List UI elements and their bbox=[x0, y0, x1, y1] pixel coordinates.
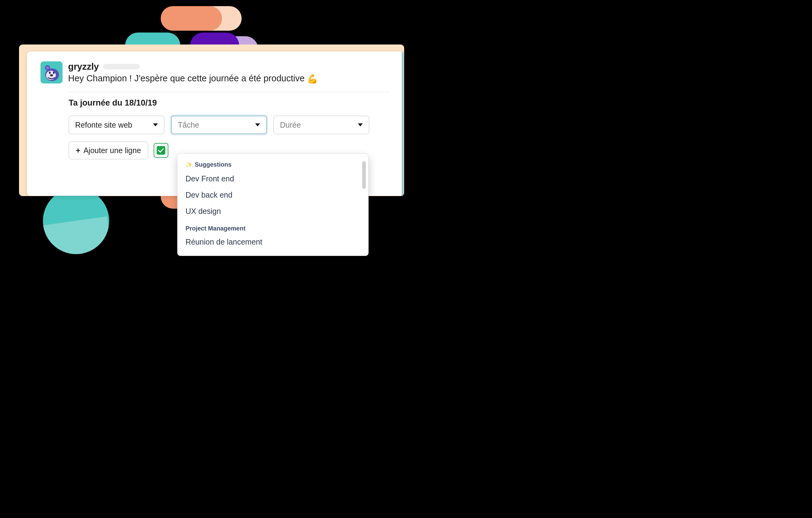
bear-icon bbox=[42, 63, 61, 82]
svg-point-6 bbox=[50, 74, 53, 76]
sparkle-icon: ✨ bbox=[185, 161, 192, 168]
flex-emoji: 💪 bbox=[307, 74, 318, 84]
project-value: Refonte site web bbox=[75, 120, 132, 130]
metadata-placeholder bbox=[103, 64, 140, 70]
duration-dropdown[interactable]: Durée bbox=[273, 116, 369, 134]
menu-group-suggestions: ✨ Suggestions bbox=[178, 159, 368, 171]
task-dropdown-menu: ✨ Suggestions Dev Front end Dev back end… bbox=[177, 154, 369, 256]
menu-group-label: Suggestions bbox=[195, 161, 232, 168]
check-icon bbox=[157, 146, 165, 155]
menu-item-reunion-lancement[interactable]: Réunion de lancement bbox=[178, 234, 368, 250]
duration-placeholder: Durée bbox=[280, 120, 301, 130]
chevron-down-icon bbox=[358, 124, 363, 127]
menu-item-ux-design[interactable]: UX design bbox=[178, 203, 368, 219]
divider bbox=[69, 92, 390, 92]
plus-icon: + bbox=[76, 146, 80, 155]
svg-point-4 bbox=[49, 72, 51, 74]
add-line-button[interactable]: + Ajouter une ligne bbox=[69, 141, 148, 159]
decor-circle-shade bbox=[43, 188, 109, 254]
task-placeholder: Tâche bbox=[178, 120, 199, 130]
add-line-label: Ajouter une ligne bbox=[83, 146, 141, 155]
menu-item-dev-back-end[interactable]: Dev back end bbox=[178, 187, 368, 203]
svg-point-5 bbox=[53, 72, 55, 74]
task-dropdown[interactable]: Tâche bbox=[171, 116, 267, 134]
bot-avatar bbox=[40, 61, 63, 83]
decor-pill-orange bbox=[161, 6, 222, 31]
project-dropdown[interactable]: Refonte site web bbox=[69, 116, 164, 134]
bot-name: gryzzly bbox=[68, 61, 99, 72]
greeting-text: Hey Champion ! J'espère que cette journé… bbox=[68, 73, 390, 85]
chevron-down-icon bbox=[153, 124, 158, 127]
svg-point-1 bbox=[46, 66, 49, 69]
scrollbar-thumb[interactable] bbox=[362, 161, 366, 189]
menu-group-project-management: Project Management bbox=[178, 219, 368, 234]
card-right-accent bbox=[402, 52, 404, 196]
day-title: Ta journée du 18/10/19 bbox=[69, 98, 390, 108]
chevron-down-icon bbox=[255, 124, 260, 127]
confirm-button[interactable] bbox=[154, 143, 168, 158]
menu-item-dev-front-end[interactable]: Dev Front end bbox=[178, 171, 368, 187]
greeting-message: Hey Champion ! J'espère que cette journé… bbox=[68, 73, 304, 83]
